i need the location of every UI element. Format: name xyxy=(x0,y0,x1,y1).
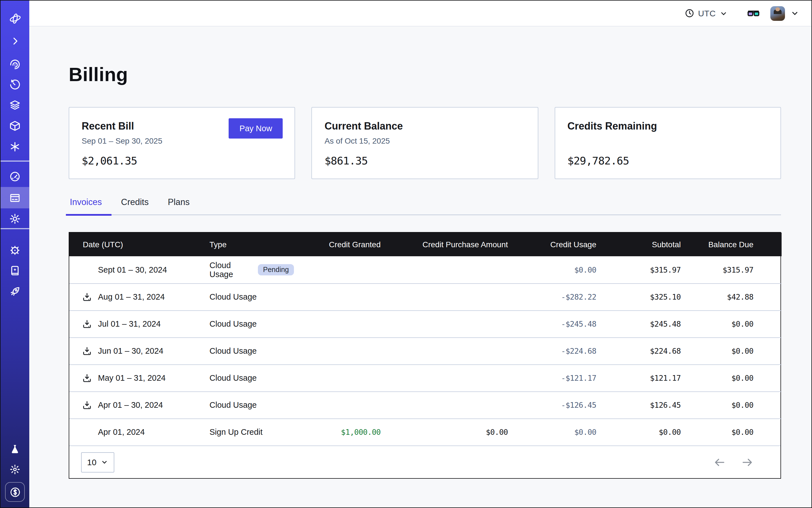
sidebar-item-credits[interactable] xyxy=(5,482,25,502)
invoice-type: Cloud Usage xyxy=(210,292,257,301)
table-row: Jul 01 – 31, 2024 Cloud Usage -$245.48 $… xyxy=(69,310,781,337)
table-row: Apr 01, 2024 Sign Up Credit $1,000.00 $0… xyxy=(69,418,781,446)
credits-badge-icon xyxy=(9,486,21,498)
settings-icon xyxy=(9,213,21,224)
sidebar-divider xyxy=(1,228,29,229)
layers-icon xyxy=(9,99,21,111)
subtotal-value: $224.68 xyxy=(596,337,681,365)
sidebar-item-logo[interactable] xyxy=(1,8,29,29)
tab-plans[interactable]: Plans xyxy=(167,197,191,215)
sidebar-item-theme[interactable] xyxy=(1,459,29,479)
credit-purchase-value xyxy=(381,365,508,391)
col-date: Date (UTC) xyxy=(69,232,210,256)
table-row: Apr 01 – 30, 2024 Cloud Usage -$126.45 $… xyxy=(69,391,781,418)
invoice-date: Apr 01 – 30, 2024 xyxy=(98,400,163,410)
invoice-type: Cloud Usage xyxy=(210,319,257,328)
table-header: Date (UTC) Type Credit Granted Credit Pu… xyxy=(69,232,781,256)
arrow-right-icon xyxy=(741,456,754,468)
cube-icon xyxy=(9,120,21,131)
download-invoice-icon[interactable] xyxy=(82,319,92,329)
credit-purchase-value xyxy=(381,256,508,283)
sidebar-item-billing[interactable] xyxy=(1,187,29,208)
sidebar-item-labs[interactable] xyxy=(1,439,29,459)
timezone-label: UTC xyxy=(698,8,716,18)
asterisk-icon xyxy=(9,140,21,152)
credit-usage-value: -$282.22 xyxy=(508,283,596,310)
next-page-button[interactable] xyxy=(741,456,754,468)
credit-granted-value xyxy=(294,365,381,391)
download-invoice-icon[interactable] xyxy=(82,346,92,356)
tab-credits[interactable]: Credits xyxy=(120,197,150,215)
card-subtitle: As of Oct 15, 2025 xyxy=(325,136,525,146)
reader-mode-button[interactable] xyxy=(747,6,760,20)
credit-purchase-value xyxy=(381,391,508,418)
flask-icon xyxy=(9,443,21,455)
sidebar-item-observe[interactable] xyxy=(1,54,29,74)
card-amount: $2,061.35 xyxy=(82,154,283,167)
sidebar-item-rocket[interactable] xyxy=(1,281,29,301)
page-title: Billing xyxy=(69,64,781,86)
sidebar-item-usage[interactable] xyxy=(1,166,29,186)
tab-invoices[interactable]: Invoices xyxy=(69,197,103,215)
pay-now-button[interactable]: Pay Now xyxy=(229,118,283,138)
avatar[interactable] xyxy=(770,6,785,20)
billing-tabs: Invoices Credits Plans xyxy=(69,197,781,215)
invoice-type: Sign Up Credit xyxy=(210,428,263,437)
credit-granted-value: $1,000.00 xyxy=(294,418,381,446)
balance-due-value: $0.00 xyxy=(681,337,781,365)
balance-due-value: $0.00 xyxy=(681,310,781,337)
previous-page-button[interactable] xyxy=(714,456,726,468)
sidebar-item-asterisk[interactable] xyxy=(1,136,29,157)
credit-usage-value: -$126.45 xyxy=(508,391,596,418)
sidebar-item-helm[interactable] xyxy=(1,240,29,260)
balance-due-value: $0.00 xyxy=(681,365,781,391)
balance-due-value: $315.97 xyxy=(681,256,781,283)
card-subtitle xyxy=(567,136,768,146)
col-type: Type xyxy=(210,232,294,256)
subtotal-value: $121.17 xyxy=(596,365,681,391)
invoice-type: Cloud Usage xyxy=(210,346,257,355)
arrow-left-icon xyxy=(714,456,726,468)
col-balance-due: Balance Due xyxy=(681,232,781,256)
sidebar-item-cube[interactable] xyxy=(1,116,29,136)
invoice-date: Jun 01 – 30, 2024 xyxy=(98,346,163,355)
chevron-right-icon xyxy=(10,36,20,46)
table-row: May 01 – 31, 2024 Cloud Usage -$121.17 $… xyxy=(69,365,781,391)
table-row: Aug 01 – 31, 2024 Cloud Usage -$282.22 $… xyxy=(69,283,781,310)
account-menu-button[interactable] xyxy=(790,9,799,17)
sidebar-item-history[interactable] xyxy=(1,74,29,95)
chevron-down-icon xyxy=(790,9,799,17)
sidebar-item-layers[interactable] xyxy=(1,95,29,115)
download-invoice-icon[interactable] xyxy=(82,292,92,302)
invoices-table: Date (UTC) Type Credit Granted Credit Pu… xyxy=(69,232,781,479)
sidebar-divider xyxy=(1,161,29,161)
download-invoice-icon[interactable] xyxy=(82,400,92,410)
credit-granted-value xyxy=(294,391,381,418)
app-window: UTC Billing Recent Bill Sep 01 – Sep 30,… xyxy=(0,0,812,508)
credit-usage-value: $0.00 xyxy=(508,418,596,446)
brightness-icon xyxy=(9,463,21,475)
recent-bill-card: Recent Bill Sep 01 – Sep 30, 2025 $2,061… xyxy=(69,107,295,179)
gauge-icon xyxy=(9,170,21,182)
download-invoice-icon[interactable] xyxy=(82,373,92,383)
timezone-picker[interactable]: UTC xyxy=(684,8,728,18)
credit-granted-value xyxy=(294,256,381,283)
credit-purchase-value: $0.00 xyxy=(381,418,508,446)
sidebar-item-settings[interactable] xyxy=(1,208,29,229)
sidebar-item-expand[interactable] xyxy=(1,31,29,51)
invoice-date: Sept 01 – 30, 2024 xyxy=(98,265,167,274)
card-amount: $29,782.65 xyxy=(567,154,768,167)
credit-granted-value xyxy=(294,310,381,337)
invoice-type: Cloud Usage xyxy=(210,261,252,279)
sidebar-item-docs[interactable] xyxy=(1,260,29,281)
main-content: Billing Recent Bill Sep 01 – Sep 30, 202… xyxy=(69,27,781,479)
col-credit-usage: Credit Usage xyxy=(508,232,596,256)
subtotal-value: $245.48 xyxy=(596,310,681,337)
page-size-select[interactable]: 10 xyxy=(81,452,114,472)
credit-usage-value: -$224.68 xyxy=(508,337,596,365)
table-row: Jun 01 – 30, 2024 Cloud Usage -$224.68 $… xyxy=(69,337,781,365)
subtotal-value: $325.10 xyxy=(596,283,681,310)
chevron-down-icon xyxy=(101,458,109,466)
invoice-date: Aug 01 – 31, 2024 xyxy=(98,292,165,301)
topbar: UTC xyxy=(29,1,811,27)
